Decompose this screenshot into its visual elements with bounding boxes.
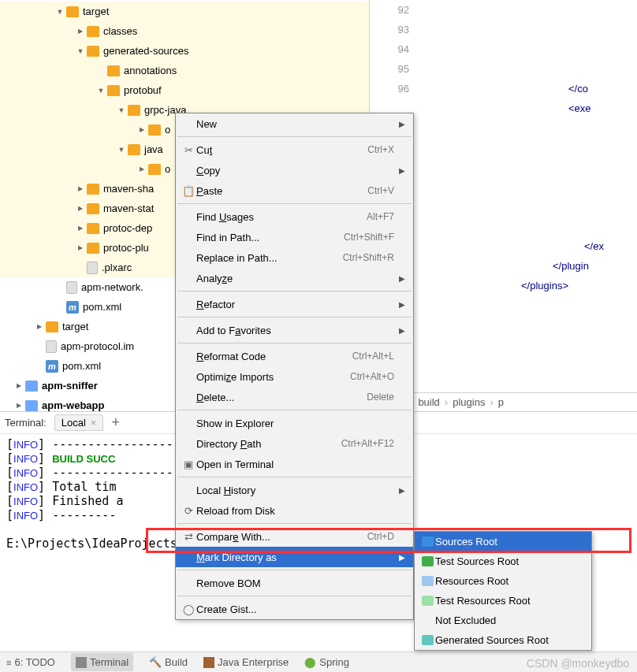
tree-row[interactable]: target bbox=[0, 2, 369, 21]
menu-item[interactable]: ⇄Compare With...Ctrl+D bbox=[176, 526, 413, 547]
context-menu[interactable]: New▶✂CutCtrl+XCopy▶📋PasteCtrl+VFind Usag… bbox=[175, 113, 414, 620]
sb-terminal[interactable]: Terminal bbox=[71, 653, 133, 671]
menu-item[interactable]: Find UsagesAlt+F7 bbox=[176, 206, 413, 227]
gh-icon: ◯ bbox=[181, 603, 196, 615]
chevron-icon[interactable] bbox=[76, 225, 85, 232]
folder-icon bbox=[87, 26, 99, 37]
tree-label: apm-sniffer bbox=[42, 380, 98, 392]
menu-item[interactable]: Optimize ImportsCtrl+Alt+O bbox=[176, 366, 413, 387]
menu-label: Find Usages bbox=[196, 211, 367, 223]
chevron-icon[interactable] bbox=[76, 244, 85, 251]
menu-item[interactable]: Show in Explorer bbox=[176, 413, 413, 433]
chevron-icon[interactable] bbox=[76, 47, 85, 55]
breadcrumb-item[interactable]: plugins bbox=[453, 396, 485, 408]
breadcrumb-item[interactable]: build bbox=[418, 396, 439, 408]
sb-todo[interactable]: ≡6: TODO bbox=[6, 656, 55, 668]
chevron-icon[interactable] bbox=[137, 165, 147, 173]
term-icon: ▣ bbox=[181, 459, 196, 470]
menu-label: Remove BOM bbox=[196, 577, 394, 589]
menu-item[interactable]: Analyze▶ bbox=[176, 268, 413, 288]
chevron-icon[interactable] bbox=[14, 382, 24, 389]
menu-item[interactable]: Delete...Delete bbox=[176, 387, 413, 407]
chevron-right-icon: › bbox=[445, 396, 448, 408]
menu-item[interactable]: Reformat CodeCtrl+Alt+L bbox=[176, 346, 413, 366]
submenu-item[interactable]: Generated Sources Root bbox=[415, 630, 591, 650]
breadcrumb-item[interactable]: p bbox=[498, 396, 504, 408]
editor-gutter: 9293949596 bbox=[370, 0, 417, 98]
chevron-icon[interactable] bbox=[14, 402, 24, 409]
chevron-right-icon: › bbox=[490, 396, 493, 408]
menu-separator bbox=[177, 596, 412, 596]
chevron-icon[interactable] bbox=[137, 126, 147, 133]
menu-separator bbox=[177, 343, 412, 343]
menu-item[interactable]: Directory PathCtrl+Alt+F12 bbox=[176, 433, 413, 454]
tree-row[interactable]: annotations bbox=[0, 61, 369, 80]
tree-label: maven-sha bbox=[103, 183, 154, 195]
menu-item[interactable]: Replace in Path...Ctrl+Shift+R bbox=[176, 247, 413, 268]
menu-item[interactable]: ◯Create Gist... bbox=[176, 599, 413, 619]
submenu-item[interactable]: Test Sources Root bbox=[415, 551, 591, 571]
submenu-item[interactable]: Resources Root bbox=[415, 571, 591, 591]
chevron-icon[interactable] bbox=[76, 28, 85, 35]
terminal-tab-local[interactable]: Local × bbox=[54, 414, 104, 431]
menu-item[interactable]: Mark Directory as▶ bbox=[176, 547, 413, 567]
submenu-label: Resources Root bbox=[435, 575, 508, 587]
menu-item[interactable]: Local History▶ bbox=[176, 480, 413, 500]
menu-item[interactable]: Refactor▶ bbox=[176, 294, 413, 314]
submenu-label: Sources Root bbox=[435, 536, 497, 548]
chevron-icon[interactable] bbox=[76, 205, 85, 212]
folder-icon bbox=[87, 203, 99, 214]
menu-label: Delete... bbox=[196, 392, 367, 403]
gutter-number: 92 bbox=[370, 0, 409, 20]
chevron-icon[interactable] bbox=[117, 106, 126, 114]
tree-label: target bbox=[62, 321, 88, 332]
terminal-add-tab[interactable]: + bbox=[111, 414, 120, 431]
tree-row[interactable]: protobuf bbox=[0, 80, 369, 100]
menu-item[interactable]: ⟳Reload from Disk bbox=[176, 500, 413, 521]
chevron-icon[interactable] bbox=[76, 185, 85, 192]
terminal-tab-text: Local bbox=[61, 417, 86, 429]
folder-icon bbox=[419, 536, 435, 547]
gutter-number: 95 bbox=[370, 59, 409, 79]
submenu-item[interactable]: Test Resources Root bbox=[415, 591, 591, 611]
folder-icon bbox=[128, 144, 140, 155]
editor-code[interactable]: </co <exe </ex </plugin </plugins> bbox=[427, 0, 637, 295]
chevron-icon[interactable] bbox=[35, 323, 44, 330]
file-icon bbox=[46, 340, 57, 353]
hammer-icon: 🔨 bbox=[149, 656, 162, 668]
menu-item[interactable]: Find in Path...Ctrl+Shift+F bbox=[176, 227, 413, 247]
menu-item[interactable]: Remove BOM bbox=[176, 573, 413, 593]
menu-shortcut: Ctrl+D bbox=[367, 531, 394, 542]
submenu-item[interactable]: Sources Root bbox=[415, 532, 591, 551]
diff-icon: ⇄ bbox=[181, 531, 196, 543]
menu-item[interactable]: 📋PasteCtrl+V bbox=[176, 180, 413, 201]
menu-item[interactable]: ✂CutCtrl+X bbox=[176, 139, 413, 160]
menu-label: Directory Path bbox=[196, 438, 341, 450]
cut-icon: ✂ bbox=[181, 144, 196, 156]
code-token: </ex bbox=[584, 240, 604, 252]
menu-shortcut: Ctrl+Shift+F bbox=[344, 232, 394, 243]
sb-java[interactable]: Java Enterprise bbox=[203, 656, 289, 668]
chevron-icon[interactable] bbox=[117, 146, 126, 154]
sb-spring[interactable]: ⬤Spring bbox=[304, 656, 349, 668]
chevron-icon[interactable] bbox=[96, 87, 106, 95]
gutter-number: 94 bbox=[370, 39, 409, 59]
menu-shortcut: Ctrl+X bbox=[367, 144, 394, 155]
tree-row[interactable]: classes bbox=[0, 21, 369, 41]
tree-label: protoc-dep bbox=[103, 222, 152, 234]
close-icon[interactable]: × bbox=[91, 417, 97, 429]
sb-build-label: Build bbox=[165, 656, 188, 668]
menu-separator bbox=[177, 136, 412, 137]
chevron-right-icon: ▶ bbox=[394, 486, 405, 495]
menu-item[interactable]: Add to Favorites▶ bbox=[176, 320, 413, 340]
menu-item[interactable]: New▶ bbox=[176, 113, 413, 134]
maven-icon: m bbox=[66, 301, 79, 314]
mark-directory-submenu[interactable]: Sources RootTest Sources RootResources R… bbox=[414, 531, 592, 651]
submenu-item[interactable]: Not Excluded bbox=[415, 611, 591, 630]
menu-item[interactable]: ▣Open in Terminal bbox=[176, 454, 413, 474]
tree-row[interactable]: generated-sources bbox=[0, 41, 369, 61]
chevron-icon[interactable] bbox=[55, 8, 65, 16]
menu-label: Find in Path... bbox=[196, 232, 344, 243]
menu-item[interactable]: Copy▶ bbox=[176, 160, 413, 180]
sb-build[interactable]: 🔨Build bbox=[149, 656, 188, 668]
